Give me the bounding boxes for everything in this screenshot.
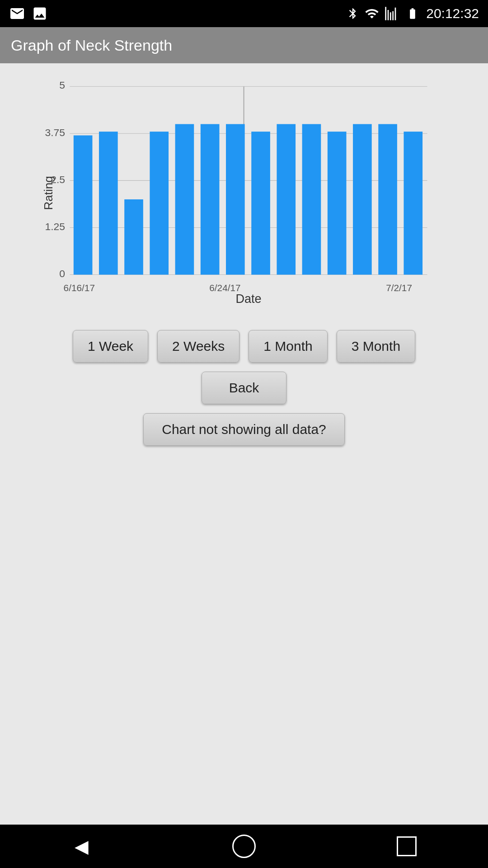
battery-icon (404, 7, 421, 20)
nav-recent-button[interactable] (389, 828, 425, 864)
svg-rect-23 (378, 124, 397, 274)
svg-rect-18 (251, 132, 270, 274)
svg-rect-12 (99, 132, 118, 274)
bluetooth-icon (347, 7, 359, 20)
svg-rect-19 (277, 124, 296, 274)
svg-text:7/2/17: 7/2/17 (386, 283, 412, 293)
svg-rect-15 (175, 124, 194, 274)
svg-rect-14 (150, 132, 169, 274)
three-month-button[interactable]: 3 Month (337, 330, 415, 363)
svg-rect-16 (201, 124, 220, 274)
svg-text:3.75: 3.75 (45, 127, 66, 138)
svg-text:6/24/17: 6/24/17 (209, 283, 240, 293)
bar-chart: 5 3.75 2.5 1.25 0 (41, 72, 456, 303)
svg-rect-17 (226, 124, 245, 274)
svg-text:1.25: 1.25 (45, 221, 66, 232)
svg-rect-11 (74, 135, 93, 274)
wifi-icon (365, 6, 379, 21)
time-display: 20:12:32 (426, 6, 479, 21)
time-range-buttons: 1 Week 2 Weeks 1 Month 3 Month (73, 330, 415, 363)
action-bar: Graph of Neck Strength (0, 27, 488, 63)
svg-text:Date: Date (235, 292, 261, 303)
svg-rect-13 (124, 199, 143, 275)
nav-back-button[interactable]: ◀ (63, 828, 99, 864)
signal-icon (385, 6, 399, 21)
recent-nav-icon (397, 836, 417, 856)
one-month-button[interactable]: 1 Month (249, 330, 327, 363)
one-week-button[interactable]: 1 Week (73, 330, 148, 363)
svg-text:5: 5 (59, 79, 65, 91)
image-icon (32, 5, 48, 22)
bottom-nav: ◀ (0, 825, 488, 868)
svg-rect-22 (353, 124, 372, 274)
svg-text:0: 0 (59, 268, 65, 279)
chart-data-button[interactable]: Chart not showing all data? (143, 413, 345, 446)
nav-home-button[interactable] (226, 828, 262, 864)
svg-text:6/16/17: 6/16/17 (64, 283, 95, 293)
page-title: Graph of Neck Strength (11, 37, 172, 54)
status-left-icons (9, 5, 48, 22)
chart-container: Rating 5 3.75 2.5 1.25 0 (27, 72, 461, 316)
main-content: Rating 5 3.75 2.5 1.25 0 (0, 63, 488, 825)
status-right-icons: 20:12:32 (347, 6, 479, 21)
svg-text:2.5: 2.5 (51, 174, 65, 185)
home-nav-icon (232, 835, 256, 858)
two-weeks-button[interactable]: 2 Weeks (157, 330, 239, 363)
svg-rect-24 (404, 132, 422, 274)
svg-rect-21 (328, 132, 347, 274)
mail-icon (9, 5, 25, 22)
svg-rect-20 (302, 124, 321, 274)
back-button[interactable]: Back (202, 372, 287, 404)
back-nav-icon: ◀ (75, 836, 89, 857)
status-bar: 20:12:32 (0, 0, 488, 27)
